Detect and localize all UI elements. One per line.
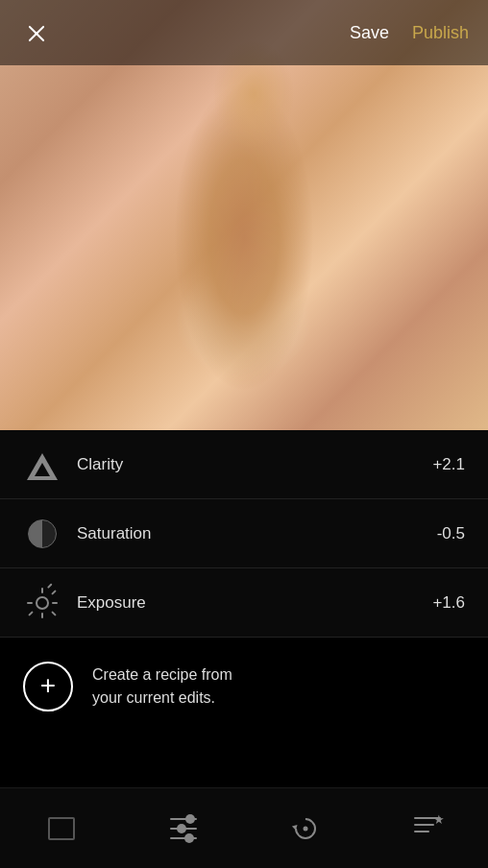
nav-item-recipes[interactable]: ★: [401, 802, 454, 856]
crop-icon: [48, 817, 75, 840]
clarity-label: Clarity: [77, 455, 432, 474]
sliders-icon: [170, 818, 197, 839]
save-button[interactable]: Save: [350, 23, 389, 43]
adjustments-list: Clarity +2.1 Saturation -0.5: [0, 430, 488, 638]
recipes-icon: ★: [414, 817, 441, 840]
publish-button[interactable]: Publish: [412, 23, 469, 43]
nav-item-crop[interactable]: [35, 802, 88, 856]
saturation-icon: [28, 519, 57, 548]
recipe-description: Create a recipe from your current edits.: [92, 663, 232, 710]
close-icon: [26, 22, 47, 43]
exposure-icon-container: [23, 584, 61, 622]
recipe-card: + Create a recipe from your current edit…: [0, 634, 488, 739]
clarity-value: +2.1: [432, 455, 465, 474]
saturation-label: Saturation: [77, 524, 437, 543]
clarity-icon-container: [23, 446, 61, 484]
adjustment-item-exposure[interactable]: Exposure +1.6: [0, 568, 488, 638]
history-icon: [292, 815, 319, 842]
exposure-label: Exposure: [77, 593, 432, 613]
header-actions: Save Publish: [350, 23, 469, 43]
exposure-value: +1.6: [432, 593, 465, 613]
bottom-navigation: ★: [0, 787, 488, 868]
nav-item-adjust[interactable]: [157, 802, 210, 856]
sun-circle: [36, 596, 49, 610]
header: Save Publish: [0, 0, 488, 65]
close-button[interactable]: [19, 15, 54, 50]
adjustment-item-clarity[interactable]: Clarity +2.1: [0, 430, 488, 499]
saturation-icon-container: [23, 515, 61, 553]
adjustment-item-saturation[interactable]: Saturation -0.5: [0, 499, 488, 568]
plus-icon: +: [40, 672, 56, 699]
add-recipe-button[interactable]: +: [23, 662, 73, 711]
saturation-value: -0.5: [437, 524, 465, 543]
nav-item-history[interactable]: [279, 802, 332, 856]
